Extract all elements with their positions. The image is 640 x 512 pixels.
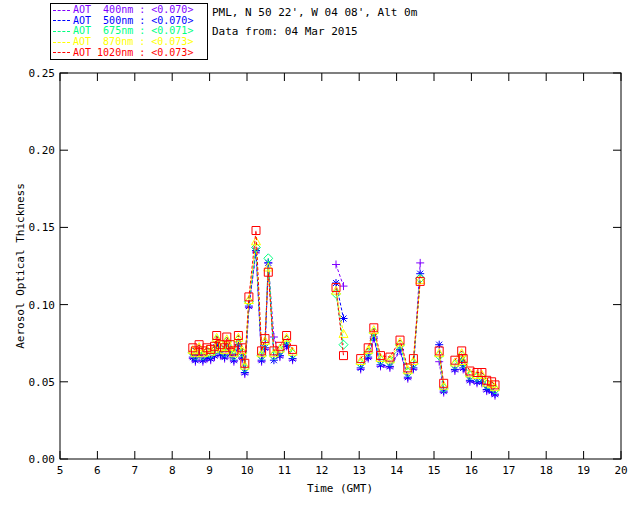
y-tick-label: 0.10 [29,299,56,312]
y-tick-label: 0.15 [29,221,56,234]
legend-item-label: AOT 1020nm : <0.073> [73,48,193,58]
plot-frame [60,73,621,459]
legend-item-0: AOT 400nm : <0.070> [53,5,205,15]
x-tick-label: 15 [427,464,440,477]
series-line [336,291,344,334]
y-tick-label: 0.20 [29,144,56,157]
legend-item-1: AOT 500nm : <0.070> [53,16,205,26]
y-tick-label: 0.05 [29,376,56,389]
legend-item-4: AOT 1020nm : <0.073> [53,48,205,58]
legend-box: AOT 400nm : <0.070>AOT 500nm : <0.070>AO… [50,3,208,60]
x-tick-label: 20 [614,464,627,477]
y-tick-label: 0.00 [29,453,56,466]
x-tick-label: 16 [465,464,478,477]
aot-plot-page: 5678910111213141516171819200.000.050.100… [0,0,640,512]
x-tick-label: 9 [206,464,213,477]
series-aot-1020nm [189,227,499,389]
legend-dash-swatch [53,20,70,21]
x-tick-label: 18 [540,464,553,477]
axis-ticks: 5678910111213141516171819200.000.050.100… [29,67,628,477]
x-tick-label: 17 [502,464,515,477]
aot-chart-canvas: 5678910111213141516171819200.000.050.100… [0,0,640,512]
legend-dash-swatch [53,10,70,11]
x-tick-label: 14 [390,464,404,477]
legend-item-3: AOT 870nm : <0.073> [53,37,205,47]
y-axis-title: Aerosol Optical Thickness [14,183,27,349]
legend-item-label: AOT 400nm : <0.070> [73,5,193,15]
legend-dash-swatch [53,31,70,32]
legend-item-label: AOT 500nm : <0.070> [73,16,193,26]
x-tick-label: 6 [94,464,101,477]
x-tick-label: 7 [131,464,138,477]
legend-dash-swatch [53,52,70,53]
asterisk-markers [189,247,499,399]
x-tick-label: 13 [353,464,366,477]
x-tick-label: 10 [240,464,253,477]
square-markers [189,227,499,389]
legend-item-label: AOT 675nm : <0.071> [73,26,193,36]
y-tick-label: 0.25 [29,67,56,80]
x-tick-label: 5 [57,464,64,477]
series-aot-400nm [189,248,499,400]
x-tick-label: 19 [577,464,590,477]
series-aot-500nm [189,247,499,399]
plus-markers [189,248,499,400]
data-date-text: Data from: 04 Mar 2015 [212,25,358,38]
x-tick-label: 12 [315,464,328,477]
x-axis-title: Time (GMT) [307,482,373,495]
x-tick-label: 11 [278,464,291,477]
legend-dash-swatch [53,42,70,43]
station-location-text: PML, N 50 22', W 04 08', Alt 0m [212,6,417,19]
x-tick-label: 8 [169,464,176,477]
legend-item-2: AOT 675nm : <0.071> [53,26,205,36]
legend-item-label: AOT 870nm : <0.073> [73,37,193,47]
